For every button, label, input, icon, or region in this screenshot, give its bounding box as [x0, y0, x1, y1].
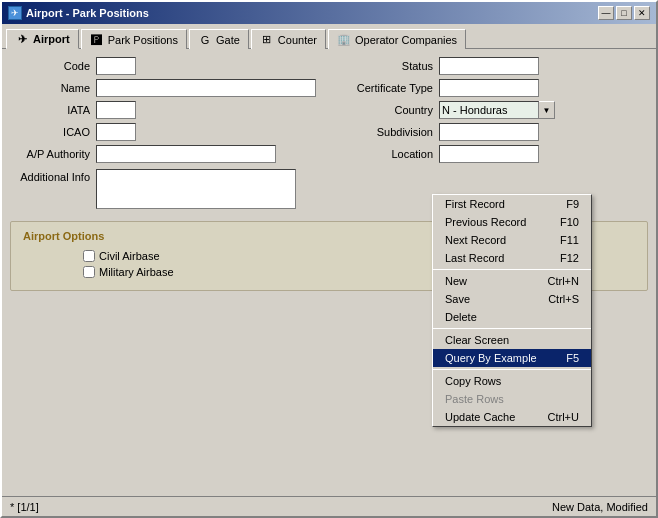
menu-next-record-shortcut: F11 — [560, 234, 579, 246]
menu-separator-2 — [433, 328, 591, 329]
menu-item-paste-rows: Paste Rows — [433, 390, 591, 408]
menu-item-delete[interactable]: Delete — [433, 308, 591, 326]
menu-item-clear-screen[interactable]: Clear Screen — [433, 331, 591, 349]
menu-clear-screen-label: Clear Screen — [445, 334, 509, 346]
tab-park-positions-label: Park Positions — [108, 34, 178, 46]
menu-update-cache-label: Update Cache — [445, 411, 515, 423]
country-select-wrapper: ▼ — [439, 101, 555, 119]
military-airbase-checkbox[interactable] — [83, 266, 95, 278]
menu-item-first-record[interactable]: First Record F9 — [433, 195, 591, 213]
subdivision-label: Subdivision — [333, 126, 433, 138]
location-row: Location — [333, 145, 648, 163]
right-column: Status Certificate Type Country ▼ Subdiv… — [333, 57, 648, 209]
additional-info-label: Additional Info — [10, 169, 90, 183]
menu-new-shortcut: Ctrl+N — [548, 275, 579, 287]
location-label: Location — [333, 148, 433, 160]
country-input[interactable] — [439, 101, 539, 119]
tab-operator-companies-label: Operator Companies — [355, 34, 457, 46]
icao-label: ICAO — [10, 126, 90, 138]
menu-copy-rows-label: Copy Rows — [445, 375, 501, 387]
record-indicator: * [1/1] — [10, 501, 39, 513]
icao-input[interactable] — [96, 123, 136, 141]
code-input[interactable] — [96, 57, 136, 75]
tab-counter-label: Counter — [278, 34, 317, 46]
name-row: Name — [10, 79, 325, 97]
menu-first-record-shortcut: F9 — [566, 198, 579, 210]
tab-gate-label: Gate — [216, 34, 240, 46]
minimize-button[interactable]: — — [598, 6, 614, 20]
menu-update-cache-shortcut: Ctrl+U — [548, 411, 579, 423]
code-label: Code — [10, 60, 90, 72]
counter-tab-icon: ⊞ — [260, 34, 274, 46]
main-window: ✈ Airport - Park Positions — □ ✕ ✈ Airpo… — [0, 0, 658, 518]
status-row: Status — [333, 57, 648, 75]
window-title: Airport - Park Positions — [26, 7, 149, 19]
form-grid: Code Name IATA ICAO A/P Authority — [10, 57, 648, 209]
certificate-type-row: Certificate Type — [333, 79, 648, 97]
title-buttons: — □ ✕ — [598, 6, 650, 20]
status-label: Status — [333, 60, 433, 72]
close-button[interactable]: ✕ — [634, 6, 650, 20]
menu-item-previous-record[interactable]: Previous Record F10 — [433, 213, 591, 231]
left-column: Code Name IATA ICAO A/P Authority — [10, 57, 325, 209]
country-dropdown-button[interactable]: ▼ — [539, 101, 555, 119]
operator-tab-icon: 🏢 — [337, 34, 351, 46]
title-bar-left: ✈ Airport - Park Positions — [8, 6, 149, 20]
certificate-type-input[interactable] — [439, 79, 539, 97]
menu-separator-1 — [433, 269, 591, 270]
window-icon: ✈ — [8, 6, 22, 20]
status-input[interactable] — [439, 57, 539, 75]
name-label: Name — [10, 82, 90, 94]
certificate-type-label: Certificate Type — [333, 82, 433, 94]
status-bar: * [1/1] New Data, Modified — [2, 496, 656, 516]
tab-airport-label: Airport — [33, 33, 70, 45]
name-input[interactable] — [96, 79, 316, 97]
iata-row: IATA — [10, 101, 325, 119]
additional-info-input[interactable] — [96, 169, 296, 209]
maximize-button[interactable]: □ — [616, 6, 632, 20]
gate-tab-icon: G — [198, 34, 212, 46]
context-menu: First Record F9 Previous Record F10 Next… — [432, 194, 592, 427]
tab-bar: ✈ Airport 🅿 Park Positions G Gate ⊞ Coun… — [2, 24, 656, 49]
subdivision-row: Subdivision — [333, 123, 648, 141]
menu-query-by-example-shortcut: F5 — [566, 352, 579, 364]
tab-airport[interactable]: ✈ Airport — [6, 29, 79, 49]
menu-previous-record-label: Previous Record — [445, 216, 526, 228]
menu-item-copy-rows[interactable]: Copy Rows — [433, 372, 591, 390]
tab-gate[interactable]: G Gate — [189, 29, 249, 49]
menu-item-new[interactable]: New Ctrl+N — [433, 272, 591, 290]
code-row: Code — [10, 57, 325, 75]
menu-last-record-label: Last Record — [445, 252, 504, 264]
menu-query-by-example-label: Query By Example — [445, 352, 537, 364]
tab-counter[interactable]: ⊞ Counter — [251, 29, 326, 49]
country-label: Country — [333, 104, 433, 116]
airport-tab-icon: ✈ — [15, 33, 29, 45]
ap-authority-input[interactable] — [96, 145, 276, 163]
ap-authority-label: A/P Authority — [10, 148, 90, 160]
menu-previous-record-shortcut: F10 — [560, 216, 579, 228]
tab-park-positions[interactable]: 🅿 Park Positions — [81, 29, 187, 49]
status-text: New Data, Modified — [552, 501, 648, 513]
menu-item-next-record[interactable]: Next Record F11 — [433, 231, 591, 249]
menu-item-update-cache[interactable]: Update Cache Ctrl+U — [433, 408, 591, 426]
content-area: Code Name IATA ICAO A/P Authority — [2, 49, 656, 496]
menu-last-record-shortcut: F12 — [560, 252, 579, 264]
menu-item-query-by-example[interactable]: Query By Example F5 — [433, 349, 591, 367]
location-input[interactable] — [439, 145, 539, 163]
menu-first-record-label: First Record — [445, 198, 505, 210]
ap-authority-row: A/P Authority — [10, 145, 325, 163]
menu-item-save[interactable]: Save Ctrl+S — [433, 290, 591, 308]
menu-item-last-record[interactable]: Last Record F12 — [433, 249, 591, 267]
tab-operator-companies[interactable]: 🏢 Operator Companies — [328, 29, 466, 49]
menu-paste-rows-label: Paste Rows — [445, 393, 504, 405]
military-airbase-label: Military Airbase — [99, 266, 174, 278]
icao-row: ICAO — [10, 123, 325, 141]
title-bar: ✈ Airport - Park Positions — □ ✕ — [2, 2, 656, 24]
menu-next-record-label: Next Record — [445, 234, 506, 246]
civil-airbase-label: Civil Airbase — [99, 250, 160, 262]
park-tab-icon: 🅿 — [90, 34, 104, 46]
subdivision-input[interactable] — [439, 123, 539, 141]
civil-airbase-checkbox[interactable] — [83, 250, 95, 262]
iata-input[interactable] — [96, 101, 136, 119]
iata-label: IATA — [10, 104, 90, 116]
